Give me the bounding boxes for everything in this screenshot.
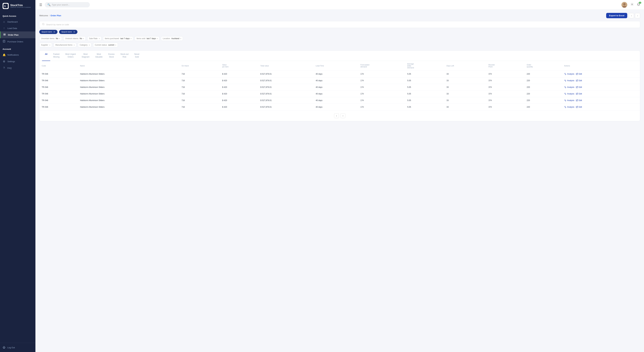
sidebar-item-settings[interactable]: ⚙ Settings [0,58,36,65]
edit-button[interactable]: Edit [576,86,582,88]
nav-prev-button[interactable]: ‹ [629,13,634,18]
cell-value-per-item: $ 420 [220,90,258,97]
filter-items-sold[interactable]: Items sold last 7 days ▾ [135,36,160,41]
tab-excess-stock[interactable]: ExcessStock [106,51,118,61]
analysis-button[interactable]: Analysis [564,73,574,75]
edit-button[interactable]: Edit [576,93,582,95]
tag-close-icon[interactable]: ✕ [73,31,75,33]
tag-close-icon[interactable]: ✕ [53,31,55,33]
order-plan-icon [3,33,6,36]
search-input[interactable] [46,23,638,26]
cell-order-quantity: 220 [524,84,562,90]
cell-code: TR-546 [40,97,78,104]
settings-header-button[interactable] [630,3,634,7]
sidebar-item-notifications[interactable]: 🔔 Notifications [0,52,36,58]
col-header-avg-daily: AverageDailyDemand [405,61,444,71]
edit-button[interactable]: Edit [576,73,582,75]
page-prev-button[interactable]: ‹ [334,113,339,118]
cell-reorder-point: 374 [486,90,524,97]
cell-code: TR-546 [40,77,78,84]
cell-total-value: $ 527,879.01 [258,97,313,104]
analysis-button[interactable]: Analysis [564,93,574,95]
sidebar-item-faq[interactable]: ? FAQ [0,65,36,71]
breadcrumb-welcome: Welcome [39,14,48,17]
top-bar-right: Export to Excel ‹ › [606,13,640,18]
tab-most-valuable[interactable]: MostValuable [92,51,106,61]
quick-access-title: Quick Access [0,12,36,19]
table-row: TR-546 Hailstorm Alluminium Sliders 716 … [40,104,640,110]
header-search-box[interactable]: 🔍 [45,2,90,8]
tab-fastest-moving[interactable]: FastestMoving [50,51,62,61]
cell-value-per-item: $ 420 [220,97,258,104]
tab-stockout-risk[interactable]: Stock-outRisk [118,51,132,61]
faq-icon: ? [2,67,6,69]
tab-most-urgent[interactable]: Most UrgentOrders [62,51,79,61]
chevron-down-icon: ▾ [89,44,90,46]
sidebar-item-load-data[interactable]: ↑ Load Data [0,25,36,32]
search-bar[interactable] [39,21,640,28]
cell-name: Hailstorm Alluminium Sliders [78,71,179,77]
cell-actions: Analysis Edit [562,77,640,84]
filter-category[interactable]: Category ▾ [78,43,92,47]
cell-name: Hailstorm Alluminium Sliders [78,104,179,110]
page-next-button[interactable]: › [340,113,345,118]
filter-items-purchased[interactable]: Items purchased last 7 days ▾ [103,36,133,41]
avatar[interactable] [622,2,627,8]
chevron-down-icon: ▾ [50,44,50,46]
analysis-button[interactable]: Analysis [564,79,574,82]
edit-button[interactable]: Edit [576,79,582,82]
chevron-down-icon: ▾ [157,38,158,40]
main-area: ☰ 🔍 3 Welcom [36,0,644,352]
sidebar-logo: S StockTrim Smarter Inventory Planning [0,0,36,12]
export-button[interactable]: Export to Excel [606,13,627,18]
cell-actions: Analysis Edit [562,104,640,110]
svg-point-7 [623,3,626,5]
tag-search-term-1[interactable]: Search term ✕ [39,30,58,34]
cell-order-quantity: 220 [524,97,562,104]
hamburger-button[interactable]: ☰ [39,3,42,7]
cell-lead-time: 40 days [314,104,358,110]
nav-arrows: ‹ › [629,13,640,18]
cell-lead-time: 40 days [314,97,358,104]
tab-all[interactable]: All [42,51,50,61]
filter-current-status[interactable]: Current status current ▾ [93,43,118,47]
cell-order-quantity: 220 [524,90,562,97]
sidebar-item-label: Purchase Orders [8,41,23,43]
svg-rect-4 [4,35,6,35]
cell-name: Hailstorm Alluminium Sliders [78,77,179,84]
cell-on-hand: 716 [179,90,220,97]
analysis-button[interactable]: Analysis [564,86,574,88]
tab-never-sold[interactable]: NeverSold [132,51,142,61]
filter-sale-rate[interactable]: Sale Rate ▾ [87,36,102,41]
filter-supplier[interactable]: Supplier ▾ [39,43,52,47]
chevron-down-icon: ▾ [115,44,116,46]
edit-button[interactable]: Edit [576,106,582,108]
nav-next-button[interactable]: › [635,13,640,18]
filter-location[interactable]: Location Auckland ▾ [161,36,183,41]
content-area: Welcome / Order Plan Export to Excel ‹ › [36,10,644,352]
notifications-header-button[interactable]: 3 [637,3,640,7]
cell-avg-daily-demand: 5.05 [405,97,444,104]
analysis-button[interactable]: Analysis [564,106,574,108]
chevron-down-icon: ▾ [99,38,100,40]
sidebar-item-dashboard[interactable]: ⌂ Dashboard [0,19,36,25]
sidebar-item-label: Load Data [8,27,17,30]
cell-order-quantity: 220 [524,104,562,110]
cell-avg-daily-demand: 5.05 [405,104,444,110]
sidebar-item-order-plan[interactable]: Order Plan [0,32,36,38]
cell-actions: Analysis Edit [562,90,640,97]
top-bar: Welcome / Order Plan Export to Excel ‹ › [39,13,640,18]
filter-manufactured[interactable]: Manufactured Items ▾ [54,43,76,47]
tab-most-stagnant[interactable]: MostStagnant [79,51,92,61]
col-header-reorder-point: ReorderPoint [486,61,524,71]
filter-uncertain[interactable]: Uncertain items No ▾ [39,36,62,41]
filter-unstock[interactable]: Unstock intems No ▾ [64,36,86,41]
tag-search-term-2[interactable]: Search term ✕ [59,30,77,34]
edit-button[interactable]: Edit [576,99,582,102]
sidebar-item-logout[interactable]: ⏻ Log Out [0,344,36,351]
sidebar-item-purchase-orders[interactable]: Purchase Orders [0,38,36,45]
table-wrapper: Code Name On Hand Valueper item Total va… [40,61,640,110]
analysis-button[interactable]: Analysis [564,99,574,102]
cell-days-left: 33 [444,104,486,110]
header-search-input[interactable] [52,4,87,6]
